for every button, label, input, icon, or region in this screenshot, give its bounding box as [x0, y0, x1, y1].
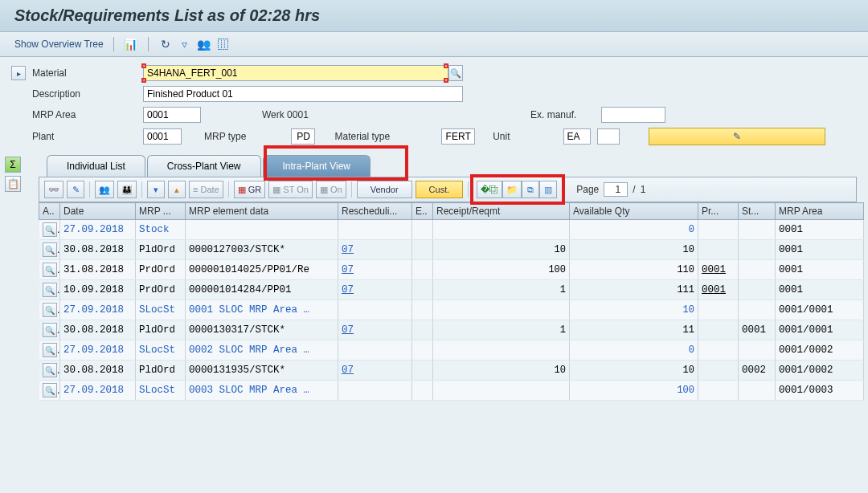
cell-storage: [739, 260, 776, 280]
col-header[interactable]: Available Qty: [570, 203, 698, 220]
cell-rescheduling: [338, 300, 412, 320]
cell-mrp-element: Stock: [136, 220, 186, 240]
duplicate-icon[interactable]: ⧉: [522, 181, 539, 198]
table-row[interactable]: 🔍27.09.2018SLocSt0003 SLOC MRP Area …100…: [39, 381, 864, 401]
show-overview-tree-link[interactable]: Show Overview Tree: [14, 39, 104, 50]
glasses-icon[interactable]: 👓: [44, 181, 63, 198]
calendar-icon: ▦: [238, 185, 246, 195]
cell-rescheduling: [338, 220, 412, 240]
col-header[interactable]: Rescheduli...: [338, 203, 412, 220]
table-row[interactable]: 🔍30.08.2018PldOrd0000127003/STCK*0710100…: [39, 240, 864, 260]
unit-extra-input[interactable]: [597, 128, 620, 145]
page-current[interactable]: 1: [604, 182, 628, 197]
hierarchy-icon[interactable]: 👥: [95, 181, 114, 198]
cell-rescheduling[interactable]: 07: [338, 260, 412, 280]
col-header[interactable]: A..: [39, 203, 60, 220]
layout-icon[interactable]: ⿲: [216, 37, 231, 51]
cell-storage: 0002: [739, 361, 776, 381]
detail-icon[interactable]: 🔍: [43, 383, 57, 397]
plant-label: Plant: [32, 131, 137, 142]
cell-receipt: [433, 381, 570, 401]
expand-icon[interactable]: ▴: [168, 181, 186, 198]
cell-mrp-area: 0001: [776, 240, 864, 260]
cell-date[interactable]: 27.09.2018: [60, 300, 136, 320]
cust-button[interactable]: Cust.: [416, 181, 464, 198]
cell-rescheduling[interactable]: 07: [338, 361, 412, 381]
table-row[interactable]: 🔍27.09.2018SLocSt0001 SLOC MRP Area …100…: [39, 300, 864, 320]
table-row[interactable]: 🔍27.09.2018SLocSt0002 SLOC MRP Area …000…: [39, 340, 864, 361]
collapse-section-icon[interactable]: ▸: [11, 66, 26, 80]
ex-manuf-input[interactable]: [601, 107, 665, 123]
cell-receipt: [433, 340, 570, 361]
cell-mrp-element: PrdOrd: [136, 280, 186, 300]
folder-icon[interactable]: 📁: [502, 181, 522, 198]
tab-intra-plant-view[interactable]: Intra-Plant View: [263, 155, 371, 177]
cell-rescheduling[interactable]: 07: [338, 280, 412, 300]
cell-procurement: [698, 240, 739, 260]
detail-icon[interactable]: 🔍: [43, 283, 57, 297]
cell-receipt: 100: [433, 260, 570, 280]
date-button[interactable]: ≡ Date: [189, 181, 223, 198]
cell-mrp-area: 0001: [776, 220, 864, 240]
mrp-area-label: MRP Area: [32, 109, 137, 120]
user-settings-icon[interactable]: 👥: [197, 37, 211, 51]
table-row[interactable]: 🔍10.09.2018PrdOrd000001014284/PP01071111…: [39, 280, 864, 300]
col-header[interactable]: E..: [412, 203, 433, 220]
separator: [148, 37, 149, 51]
unit-input[interactable]: [563, 128, 591, 145]
edit-icon[interactable]: ✎: [67, 181, 84, 198]
tab-cross-plant-view[interactable]: Cross-Plant View: [147, 155, 261, 177]
cell-date[interactable]: 27.09.2018: [60, 381, 136, 401]
mrp-area-text: Werk 0001: [262, 109, 309, 120]
col-header[interactable]: MRP Area: [776, 203, 864, 220]
copy-icon[interactable]: 📋: [5, 176, 21, 192]
st-on-button[interactable]: ▦ ST On: [268, 181, 313, 198]
detail-icon[interactable]: 🔍: [43, 263, 57, 277]
col-header[interactable]: MRP element data: [186, 203, 338, 220]
plant-input[interactable]: [143, 128, 182, 145]
cell-rescheduling[interactable]: 07: [338, 320, 412, 340]
detail-icon[interactable]: 🔍: [43, 323, 57, 337]
cell-rescheduling[interactable]: 07: [338, 240, 412, 260]
sum-icon[interactable]: Σ: [5, 157, 21, 173]
table-row[interactable]: 🔍27.09.2018Stock00001: [39, 220, 864, 240]
cell-receipt: [433, 300, 570, 320]
detail-icon[interactable]: 🔍: [43, 303, 57, 317]
columns-icon[interactable]: ▥: [539, 181, 557, 198]
cell-mrp-element: SLocSt: [136, 381, 186, 401]
edit-button[interactable]: ✎: [649, 128, 825, 145]
cell-rescheduling: [338, 381, 412, 401]
detail-icon[interactable]: 🔍: [43, 242, 57, 257]
col-header[interactable]: MRP ...: [136, 203, 186, 220]
table-row[interactable]: 🔍31.08.2018PrdOrd000001014025/PP01/Re071…: [39, 260, 864, 280]
detail-icon[interactable]: 🔍: [43, 222, 57, 237]
col-header[interactable]: Pr...: [698, 203, 739, 220]
vendor-button[interactable]: Vendor: [357, 181, 412, 198]
separator: [113, 37, 114, 51]
cell-exception: [412, 320, 433, 340]
col-header[interactable]: Date: [60, 203, 136, 220]
col-header[interactable]: St...: [739, 203, 776, 220]
table-row[interactable]: 🔍30.08.2018PldOrd0000131935/STCK*0710100…: [39, 361, 864, 381]
requirements-table[interactable]: A..DateMRP ...MRP element dataRescheduli…: [39, 202, 864, 401]
material-input[interactable]: [143, 65, 448, 81]
tree-config-icon[interactable]: �⿻: [477, 181, 502, 198]
tab-individual-list[interactable]: Individual List: [47, 155, 145, 177]
search-help-icon[interactable]: 🔍: [448, 65, 463, 81]
table-row[interactable]: 🔍30.08.2018PldOrd0000130317/STCK*0711100…: [39, 320, 864, 340]
col-header[interactable]: Receipt/Reqmt: [433, 203, 570, 220]
chart-icon[interactable]: 📊: [124, 37, 138, 51]
hierarchy2-icon[interactable]: 👪: [117, 181, 137, 198]
gr-button[interactable]: ▦ GR: [234, 181, 266, 198]
cell-date[interactable]: 27.09.2018: [60, 340, 136, 361]
cell-date[interactable]: 27.09.2018: [60, 220, 136, 240]
tabstrip: Individual List Cross-Plant View Intra-P…: [47, 155, 857, 177]
cell-receipt: [433, 220, 570, 240]
collapse-icon[interactable]: ▾: [147, 181, 165, 198]
refresh-icon[interactable]: ↻: [158, 37, 173, 51]
detail-icon[interactable]: 🔍: [43, 363, 57, 377]
detail-icon[interactable]: 🔍: [43, 343, 57, 357]
on-button[interactable]: ▦ On: [316, 181, 346, 198]
filter-icon[interactable]: ▿: [178, 37, 192, 51]
mrp-area-input[interactable]: [143, 107, 201, 123]
